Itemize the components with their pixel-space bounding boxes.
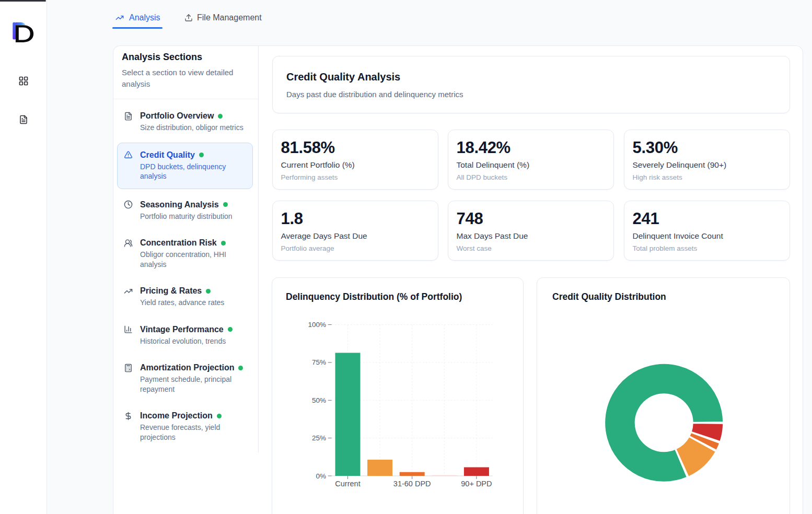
svg-text:0%: 0%	[316, 472, 326, 480]
svg-text:90+ DPD: 90+ DPD	[461, 480, 492, 488]
svg-text:50%: 50%	[312, 396, 326, 404]
svg-text:Current: Current	[335, 480, 360, 488]
svg-text:100%: 100%	[308, 321, 326, 329]
svg-text:31-60 DPD: 31-60 DPD	[393, 480, 431, 488]
svg-text:75%: 75%	[312, 358, 326, 366]
svg-text:25%: 25%	[312, 434, 326, 442]
